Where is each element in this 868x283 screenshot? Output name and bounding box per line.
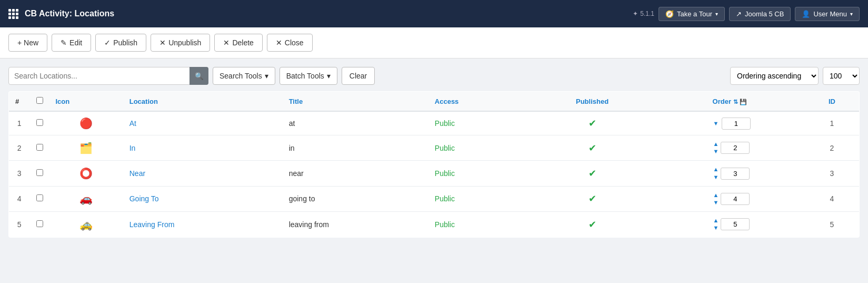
row-title: at	[283, 111, 428, 135]
row-location: Leaving From	[123, 212, 283, 237]
row-checkbox[interactable]	[36, 220, 43, 227]
order-down-button[interactable]: ▼	[712, 148, 720, 155]
col-access-header[interactable]: Access	[428, 92, 530, 112]
take-tour-button[interactable]: 🧭 Take a Tour ▾	[659, 7, 725, 21]
count-select[interactable]: 5 10 15 20 25 30 50 100 200 500 All	[823, 67, 860, 85]
row-order-cell: ▼	[655, 111, 805, 135]
order-down-button[interactable]: ▼	[712, 174, 720, 181]
edit-button[interactable]: ✎ Edit	[52, 34, 91, 52]
row-published: ✔	[530, 186, 655, 211]
row-check-cell[interactable]	[30, 186, 49, 211]
row-id: 2	[805, 135, 860, 161]
user-menu-button[interactable]: 👤 User Menu ▾	[795, 7, 860, 21]
topbar-right: ✦ 5.1.1 🧭 Take a Tour ▾ ↗ Joomla 5 CB 👤 …	[633, 7, 860, 21]
order-input[interactable]	[721, 142, 750, 154]
table-row: 2 🗂️ In in Public ✔ ▲ ▼	[9, 135, 860, 161]
row-checkbox[interactable]	[36, 119, 43, 126]
topbar: CB Activity: Locations ✦ 5.1.1 🧭 Take a …	[0, 0, 868, 27]
row-access: Public	[428, 111, 530, 135]
row-check-cell[interactable]	[30, 212, 49, 237]
order-up-button[interactable]: ▲	[712, 217, 720, 224]
publish-button[interactable]: ✓ Publish	[95, 34, 146, 52]
row-icon: 🚗	[49, 186, 123, 211]
col-title-header[interactable]: Title	[283, 92, 428, 112]
row-published: ✔	[530, 212, 655, 237]
row-num: 2	[9, 135, 30, 161]
row-location-link[interactable]: Near	[129, 169, 145, 178]
joomla-icon: ↗	[736, 10, 742, 18]
publish-icon: ✓	[104, 38, 111, 47]
table-row: 3 ⭕ Near near Public ✔ ▲ ▼	[9, 161, 860, 186]
search-submit-button[interactable]: 🔍	[189, 67, 208, 85]
tour-caret-icon: ▾	[715, 11, 718, 17]
close-icon: ✕	[276, 38, 282, 47]
row-title: leaving from	[283, 212, 428, 237]
col-hash: #	[9, 92, 30, 112]
row-order-cell: ▲ ▼	[655, 212, 805, 237]
close-button[interactable]: ✕ Close	[267, 34, 313, 52]
col-id-header[interactable]: ID	[805, 92, 860, 112]
search-input[interactable]	[8, 67, 208, 85]
col-published-header[interactable]: Published	[530, 92, 655, 112]
order-input[interactable]	[721, 168, 750, 180]
row-order-cell: ▲ ▼	[655, 135, 805, 161]
order-sort-icon: ⇅	[733, 99, 738, 105]
row-check-cell[interactable]	[30, 161, 49, 186]
order-down-button[interactable]: ▼	[711, 120, 721, 127]
row-access: Public	[428, 186, 530, 211]
order-up-button[interactable]: ▲	[712, 192, 720, 199]
order-up-button[interactable]: ▲	[712, 141, 720, 148]
row-num: 5	[9, 212, 30, 237]
order-down-button[interactable]: ▼	[712, 199, 720, 206]
batch-tools-button[interactable]: Batch Tools ▾	[280, 67, 337, 85]
row-icon: 🚕	[49, 212, 123, 237]
col-check-all[interactable]	[30, 92, 49, 112]
row-id: 5	[805, 212, 860, 237]
select-all-checkbox[interactable]	[36, 97, 43, 104]
row-location-link[interactable]: Leaving From	[129, 220, 175, 229]
ordering-select[interactable]: Ordering ascending Ordering descending I…	[730, 67, 819, 85]
row-num: 4	[9, 186, 30, 211]
unpublish-button[interactable]: ✕ Unpublish	[151, 34, 210, 52]
row-title: going to	[283, 186, 428, 211]
user-icon: 👤	[802, 10, 810, 18]
row-icon: ⭕	[49, 161, 123, 186]
col-location-header[interactable]: Location	[123, 92, 283, 112]
row-checkbox[interactable]	[36, 194, 43, 201]
row-check-cell[interactable]	[30, 135, 49, 161]
row-checkbox[interactable]	[36, 144, 43, 151]
new-button[interactable]: + New	[8, 34, 47, 52]
row-location-link[interactable]: In	[129, 144, 136, 152]
row-icon: 🔴	[49, 111, 123, 135]
joomla-button[interactable]: ↗ Joomla 5 CB	[729, 7, 791, 21]
row-location: At	[123, 111, 283, 135]
unpublish-icon: ✕	[159, 38, 166, 47]
order-input[interactable]	[721, 193, 750, 205]
order-save-icon: 💾	[740, 99, 747, 105]
user-caret-icon: ▾	[850, 11, 853, 17]
row-order-cell: ▲ ▼	[655, 186, 805, 211]
order-input[interactable]	[721, 218, 750, 230]
clear-button[interactable]: Clear	[342, 67, 375, 85]
order-down-button[interactable]: ▼	[712, 225, 720, 231]
row-location: In	[123, 135, 283, 161]
row-published: ✔	[530, 111, 655, 135]
row-published: ✔	[530, 135, 655, 161]
batch-tools-caret-icon: ▾	[327, 72, 331, 80]
row-check-cell[interactable]	[30, 111, 49, 135]
row-location-link[interactable]: At	[129, 119, 136, 128]
search-tools-caret-icon: ▾	[265, 72, 268, 80]
col-order-header[interactable]: Order ⇅ 💾	[655, 92, 805, 112]
search-tools-button[interactable]: Search Tools ▾	[213, 67, 275, 85]
menu-icon	[8, 9, 18, 19]
row-location-link[interactable]: Going To	[129, 194, 159, 203]
row-icon: 🗂️	[49, 135, 123, 161]
order-input[interactable]	[722, 118, 751, 130]
delete-button[interactable]: ✕ Delete	[214, 34, 262, 52]
order-up-button[interactable]: ▲	[712, 166, 720, 173]
table-row: 5 🚕 Leaving From leaving from Public ✔ ▲…	[9, 212, 860, 237]
row-access: Public	[428, 161, 530, 186]
row-num: 1	[9, 111, 30, 135]
row-checkbox[interactable]	[36, 169, 43, 176]
delete-icon: ✕	[223, 38, 230, 47]
